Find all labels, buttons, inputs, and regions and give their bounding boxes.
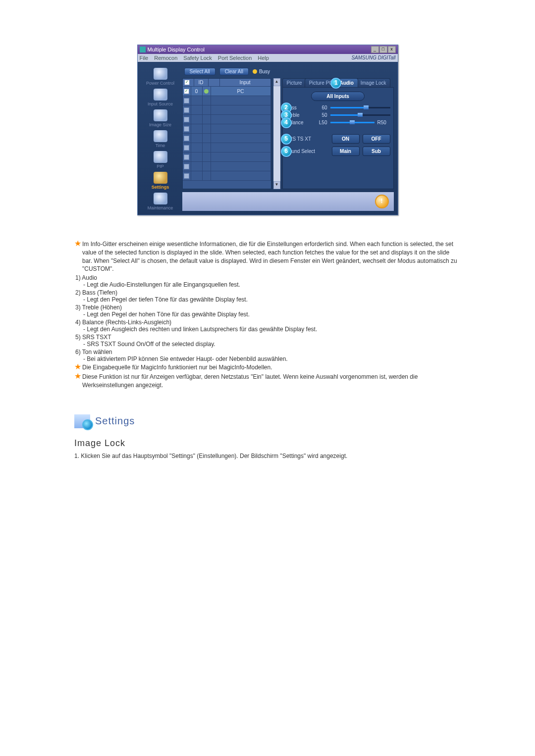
slider-balance[interactable]: 4BalanceL50R50 [286, 120, 390, 125]
note-item: 1) Audio- Legt die Audio-Einstellungen f… [75, 274, 461, 288]
select-all-button[interactable]: Select All [184, 68, 215, 75]
slider-treble[interactable]: 3Treble50 [286, 112, 390, 118]
note-item: 4) Balance (Rechts-Links-Ausgleich)- Leg… [75, 319, 461, 333]
sidebar-label: Input Source [142, 101, 179, 106]
slider-value: L50 [314, 120, 327, 125]
sidebar-item-maintenance[interactable]: Maintenance [142, 192, 179, 212]
row-checkbox[interactable] [184, 145, 189, 151]
slider-thumb[interactable] [358, 113, 363, 117]
section-title: Settings [95, 415, 135, 427]
table-row[interactable] [183, 152, 271, 162]
table-row[interactable] [183, 143, 271, 152]
maintenance-icon [154, 193, 167, 204]
table-row[interactable] [183, 105, 271, 115]
row-checkbox[interactable] [184, 126, 189, 132]
option-button[interactable]: Main [332, 147, 360, 156]
audio-panel: All Inputs 2Bass603Treble504BalanceL50R5… [282, 87, 394, 189]
row-checkbox[interactable] [184, 154, 189, 160]
note-item-heading: 1) Audio [75, 274, 461, 281]
option-button[interactable]: Sub [363, 147, 390, 156]
row-id [191, 124, 203, 133]
table-row[interactable]: 0PC [183, 87, 271, 96]
tab-picture[interactable]: Picture [282, 78, 307, 87]
callout-marker: 4 [281, 117, 292, 128]
option-button[interactable]: ON [332, 134, 360, 144]
menu-port-selection[interactable]: Port Selection [218, 55, 252, 61]
sidebar-item-pip[interactable]: PIP [142, 150, 179, 170]
tab-image-lock[interactable]: Image Lock [356, 78, 391, 87]
power-icon [154, 68, 167, 80]
note-item-heading: 2) Bass (Tiefen) [75, 289, 461, 296]
menu-remocon[interactable]: Remocon [154, 55, 177, 61]
row-checkbox[interactable] [184, 89, 189, 94]
alert-icon: ! [375, 195, 389, 208]
sidebar-item-power-control[interactable]: Power Control [142, 67, 179, 87]
all-inputs-button[interactable]: All Inputs [311, 92, 365, 101]
note-item-sub: - Bei aktiviertem PIP können Sie entwede… [83, 355, 461, 362]
clear-all-button[interactable]: Clear All [219, 68, 249, 75]
menu-help[interactable]: Help [258, 55, 269, 61]
table-row[interactable] [183, 115, 271, 124]
row-checkbox[interactable] [184, 164, 189, 169]
star-bullet-icon: ★ [74, 240, 82, 247]
option-button[interactable]: OFF [363, 134, 390, 144]
sidebar-label: Image Size [142, 122, 179, 127]
table-row[interactable] [183, 162, 271, 171]
row-checkbox[interactable] [184, 136, 189, 141]
app-window: Multiple Display Control _ □ x File Remo… [137, 45, 398, 215]
note-item: 5) SRS TSXT- SRS TSXT Sound On/Off of th… [75, 334, 461, 348]
row-input [211, 96, 271, 105]
scroll-up-button[interactable]: ▲ [273, 78, 280, 86]
table-row[interactable] [183, 171, 271, 181]
sidebar-item-settings[interactable]: Settings [142, 171, 179, 191]
slider-value: 50 [314, 112, 327, 118]
col-status-icon [209, 79, 220, 86]
minimize-button[interactable]: _ [371, 46, 379, 53]
slider-track[interactable] [330, 122, 374, 123]
settings-section-icon [74, 414, 90, 428]
slider-bass[interactable]: 2Bass60 [286, 105, 390, 110]
menu-safety-lock[interactable]: Safety Lock [183, 55, 212, 61]
header-checkbox[interactable] [184, 80, 190, 85]
row-checkbox[interactable] [184, 98, 189, 103]
note-item-sub: - Legt den Ausgleich des rechten und lin… [83, 326, 461, 333]
row-checkbox[interactable] [184, 173, 189, 179]
sidebar-item-input-source[interactable]: Input Source [142, 88, 179, 108]
scroll-down-button[interactable]: ▼ [273, 181, 280, 189]
row-checkbox[interactable] [184, 117, 189, 122]
grid-scrollbar[interactable]: ▲ ▼ [273, 78, 280, 189]
callout-marker: 5 [281, 134, 292, 145]
slider-track[interactable] [330, 114, 390, 116]
note-item-heading: 6) Ton wählen [75, 349, 461, 355]
tab-audio[interactable]: 1 Audio [335, 78, 358, 87]
slider-thumb[interactable] [350, 120, 355, 124]
table-row[interactable] [183, 134, 271, 143]
note-item-sub: - Legt die Audio-Einstellungen für alle … [83, 281, 461, 288]
row-input [211, 115, 271, 124]
row-input [211, 152, 271, 161]
slider-value-right: R50 [377, 120, 390, 125]
table-row[interactable] [183, 124, 271, 134]
sidebar-item-image-size[interactable]: Image Size [142, 108, 179, 129]
sidebar-label: Settings [142, 185, 179, 190]
maximize-button[interactable]: □ [379, 46, 387, 53]
note-intro: Im Info-Gitter erscheinen einige wesentl… [82, 240, 461, 273]
sidebar-label: PIP [142, 164, 179, 169]
row-input [211, 171, 271, 180]
slider-value: 60 [314, 105, 327, 110]
slider-thumb[interactable] [364, 105, 369, 109]
callout-marker: 1 [330, 78, 341, 89]
row-id [191, 105, 203, 114]
section-subhead: Image Lock [74, 438, 461, 449]
status-dot-icon [204, 89, 209, 94]
sidebar-item-time[interactable]: Time [142, 129, 179, 150]
window-title: Multiple Display Control [148, 47, 371, 52]
table-row[interactable] [183, 96, 271, 105]
slider-track[interactable] [330, 107, 390, 108]
note-footer-1: Die Eingabequelle für MagicInfo funktion… [82, 363, 461, 372]
app-icon [140, 47, 146, 52]
info-grid: ID Input 0PC [182, 78, 271, 189]
menu-file[interactable]: File [140, 55, 149, 61]
close-button[interactable]: x [388, 46, 396, 53]
row-checkbox[interactable] [184, 107, 189, 113]
